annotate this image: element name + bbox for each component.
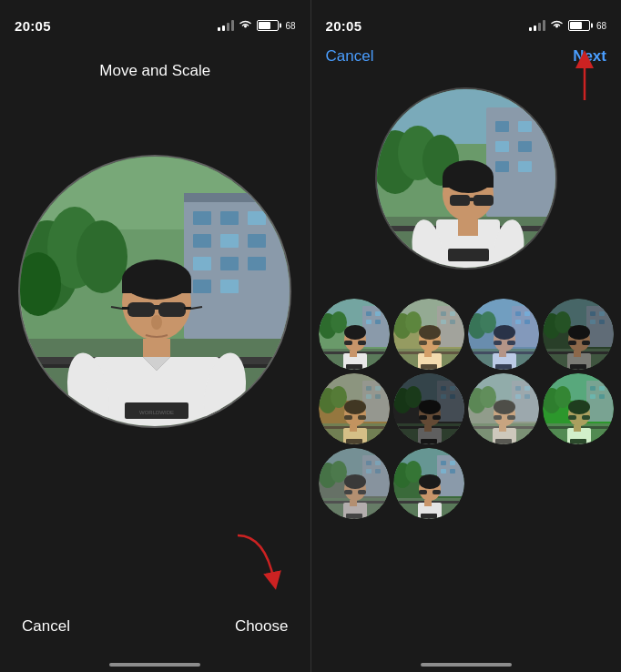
svg-rect-11: [193, 234, 211, 248]
svg-rect-58: [469, 198, 474, 201]
battery-icon-right: [568, 20, 590, 31]
filter-item-3[interactable]: [543, 299, 614, 370]
svg-rect-68: [375, 311, 381, 316]
svg-rect-239: [441, 469, 446, 473]
status-icons-left: 68: [218, 19, 295, 33]
status-bar-left: 20:05 68: [0, 0, 310, 40]
filter-item-2[interactable]: [468, 299, 539, 370]
svg-rect-176: [393, 373, 464, 444]
svg-rect-43: [518, 121, 532, 132]
svg-rect-138: [543, 299, 614, 370]
svg-rect-61: [458, 219, 478, 236]
svg-rect-45: [518, 141, 532, 152]
svg-rect-157: [319, 373, 390, 444]
svg-point-30: [151, 315, 162, 330]
svg-rect-60: [448, 249, 489, 261]
svg-point-76: [344, 325, 366, 340]
svg-rect-195: [468, 373, 539, 444]
signal-icon-left: [218, 20, 234, 31]
filter-item-1[interactable]: [393, 299, 464, 370]
svg-rect-55: [443, 177, 494, 188]
svg-rect-16: [248, 257, 266, 270]
wifi-icon-left: [239, 19, 252, 33]
filter-item-5[interactable]: [393, 373, 464, 444]
battery-icon-left: [257, 20, 279, 31]
right-panel: 20:05 68 Cancel Next: [311, 0, 622, 672]
svg-rect-57: [473, 195, 494, 206]
svg-rect-251: [424, 500, 432, 506]
svg-rect-238: [450, 461, 455, 465]
bottom-bar-left: Cancel Choose: [0, 599, 310, 672]
battery-text-left: 68: [285, 21, 295, 31]
svg-rect-25: [127, 302, 155, 317]
status-time-left: 20:05: [15, 18, 51, 34]
svg-point-242: [405, 461, 422, 483]
signal-icon-right: [529, 20, 545, 31]
filter-grid: [311, 291, 622, 526]
svg-rect-69: [366, 320, 372, 324]
svg-point-246: [419, 474, 441, 489]
svg-rect-78: [358, 341, 366, 345]
svg-rect-119: [468, 299, 539, 370]
left-panel: 20:05 68 Move and Scale: [0, 0, 310, 672]
arrow-next: [557, 50, 612, 105]
svg-rect-8: [193, 211, 211, 225]
svg-rect-247: [419, 490, 427, 494]
cancel-button-left[interactable]: Cancel: [22, 617, 70, 636]
svg-rect-100: [393, 299, 464, 370]
svg-rect-42: [495, 121, 509, 132]
svg-rect-240: [450, 469, 455, 473]
svg-rect-237: [441, 461, 446, 465]
svg-rect-7: [184, 193, 290, 202]
filter-item-8[interactable]: [319, 448, 390, 519]
svg-text:WORLDWIDE: WORLDWIDE: [139, 410, 174, 415]
svg-rect-24: [122, 280, 191, 293]
filter-item-0[interactable]: [319, 299, 390, 370]
photo-right: [377, 89, 555, 268]
svg-rect-44: [495, 141, 509, 152]
status-icons-right: 68: [529, 19, 606, 33]
svg-rect-81: [350, 351, 357, 357]
svg-rect-18: [220, 280, 239, 293]
svg-rect-248: [433, 490, 441, 494]
choose-button[interactable]: Choose: [235, 617, 289, 636]
filter-item-6[interactable]: [468, 373, 539, 444]
svg-rect-47: [518, 161, 532, 172]
svg-rect-77: [344, 341, 352, 345]
svg-rect-13: [248, 234, 266, 248]
svg-rect-250: [421, 514, 437, 519]
arrow-choose: [219, 526, 292, 599]
svg-rect-26: [158, 302, 186, 317]
move-scale-title: Move and Scale: [99, 62, 210, 80]
svg-rect-15: [220, 257, 239, 270]
cancel-button-right[interactable]: Cancel: [326, 47, 374, 66]
filter-item-9[interactable]: [393, 448, 464, 519]
svg-rect-12: [220, 234, 239, 248]
filter-item-4[interactable]: [319, 373, 390, 444]
battery-text-right: 68: [596, 21, 606, 31]
svg-rect-233: [319, 448, 390, 519]
main-photo-circle-left[interactable]: WORLDWIDE: [18, 155, 291, 428]
svg-rect-28: [122, 307, 129, 310]
main-photo-circle-right[interactable]: [375, 87, 557, 270]
svg-rect-27: [154, 305, 160, 310]
svg-rect-214: [543, 373, 614, 444]
status-time-right: 20:05: [326, 18, 362, 34]
svg-rect-56: [450, 195, 470, 206]
home-indicator-left: [109, 663, 200, 667]
svg-rect-9: [220, 211, 239, 225]
svg-rect-14: [193, 257, 211, 270]
svg-rect-10: [248, 211, 266, 225]
wifi-icon-right: [550, 19, 564, 33]
svg-rect-29: [184, 307, 191, 310]
svg-rect-70: [375, 320, 381, 324]
svg-point-4: [76, 220, 127, 293]
svg-point-72: [331, 311, 347, 333]
svg-rect-80: [346, 364, 362, 370]
filter-item-7[interactable]: [543, 373, 614, 444]
home-indicator-right: [421, 663, 512, 667]
svg-rect-67: [366, 311, 372, 316]
status-bar-right: 20:05 68: [311, 0, 622, 40]
svg-rect-46: [495, 161, 509, 172]
svg-rect-17: [193, 280, 211, 293]
